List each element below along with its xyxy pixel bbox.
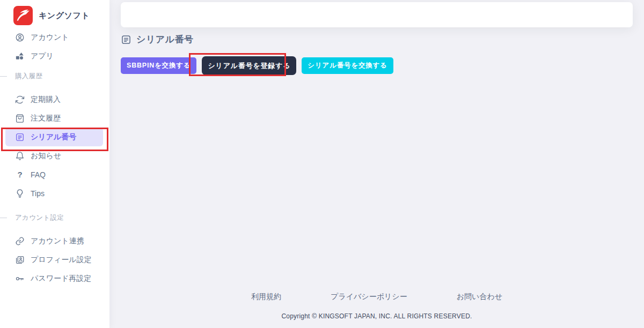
sidebar-item-label: Tips [31, 189, 45, 198]
link-icon [15, 236, 25, 246]
terms-of-use-link[interactable]: 利用規約 [251, 292, 281, 302]
sidebar-item-label: アプリ [31, 51, 54, 61]
shapes-icon [15, 51, 25, 61]
sidebar-item-tips[interactable]: Tips [5, 184, 103, 203]
shopping-bag-icon [15, 114, 25, 123]
sidebar-item-password-reset[interactable]: パスワード再設定 [5, 269, 103, 288]
question-icon: ? [15, 170, 25, 180]
sidebar-item-label: パスワード再設定 [31, 274, 91, 284]
footer-links: 利用規約 プライバシーポリシー お問い合わせ [109, 292, 644, 302]
top-navbar [121, 2, 633, 27]
copyright-text: Copyright © KINGSOFT JAPAN, INC. ALL RIG… [109, 312, 644, 320]
kingsoft-logo-icon [13, 6, 33, 25]
brand-logo[interactable]: キングソフト [0, 0, 109, 31]
key-icon [15, 274, 25, 284]
sidebar-item-subscriptions[interactable]: 定期購入 [5, 90, 103, 109]
exchange-sbbpin-button[interactable]: SBBPINを交換する [121, 57, 196, 74]
sidebar: キングソフト アカウント アプリ 購入履歴 [0, 0, 109, 328]
sidebar-section-purchase-history: 購入履歴 [0, 71, 109, 81]
sidebar-item-apps[interactable]: アプリ [5, 47, 103, 65]
sidebar-section-account-settings: アカウント設定 [0, 212, 109, 223]
sidebar-item-order-history[interactable]: 注文履歴 [5, 109, 103, 128]
brand-name: キングソフト [39, 11, 90, 21]
page-title: シリアル番号 [121, 33, 633, 46]
sidebar-item-label: アカウント [31, 33, 69, 42]
contact-link[interactable]: お問い合わせ [457, 292, 502, 302]
main-area: シリアル番号 SBBPINを交換する シリアル番号を登録する シリアル番号を交換… [109, 0, 644, 328]
page-content: シリアル番号 SBBPINを交換する シリアル番号を登録する シリアル番号を交換… [121, 33, 633, 75]
serial-document-icon [15, 132, 25, 142]
sidebar-item-profile-settings[interactable]: プロフィール設定 [5, 250, 103, 269]
user-circle-icon [15, 33, 25, 42]
page-title-text: シリアル番号 [136, 33, 194, 46]
serial-document-icon [121, 34, 131, 45]
sidebar-item-label: FAQ [31, 170, 46, 179]
exchange-serial-number-button[interactable]: シリアル番号を交換する [302, 57, 393, 74]
sidebar-item-label: お知らせ [31, 151, 61, 161]
privacy-policy-link[interactable]: プライバシーポリシー [331, 292, 407, 302]
sidebar-item-account-linking[interactable]: アカウント連携 [5, 232, 103, 250]
sidebar-item-label: 定期購入 [31, 95, 61, 105]
sidebar-item-label: プロフィール設定 [31, 255, 92, 265]
sidebar-item-serial-number[interactable]: シリアル番号 [5, 128, 103, 146]
sidebar-item-account[interactable]: アカウント [5, 28, 103, 47]
action-button-row: SBBPINを交換する シリアル番号を登録する シリアル番号を交換する [121, 56, 633, 75]
lightbulb-icon [15, 189, 25, 198]
sidebar-item-faq[interactable]: ? FAQ [5, 165, 103, 184]
sidebar-item-label: アカウント連携 [31, 236, 84, 246]
sidebar-item-label: 注文履歴 [31, 114, 61, 123]
sync-icon [15, 95, 25, 105]
profile-card-icon [15, 255, 25, 265]
bell-icon [15, 151, 25, 161]
sidebar-item-label: シリアル番号 [31, 132, 76, 142]
sidebar-item-notifications[interactable]: お知らせ [5, 146, 103, 165]
register-serial-number-button[interactable]: シリアル番号を登録する [202, 56, 296, 75]
sidebar-menu: アカウント アプリ 購入履歴 定期購入 [0, 28, 109, 288]
